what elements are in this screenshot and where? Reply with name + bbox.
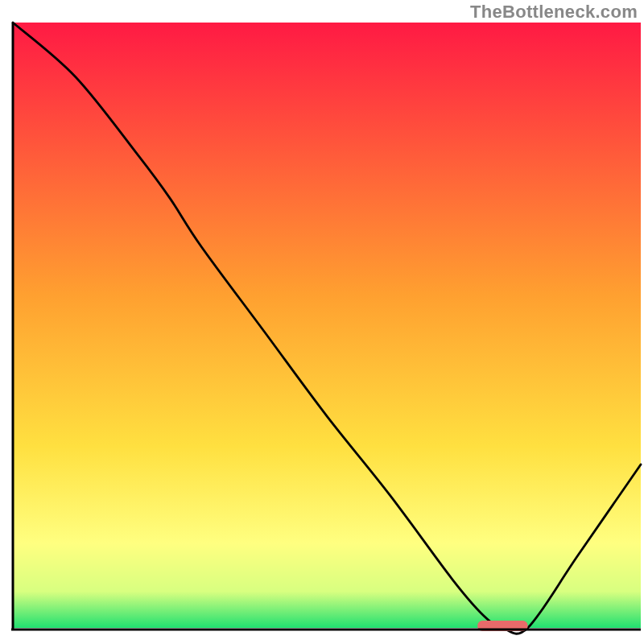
- bottleneck-chart: [0, 0, 644, 644]
- watermark-text: TheBottleneck.com: [470, 2, 638, 23]
